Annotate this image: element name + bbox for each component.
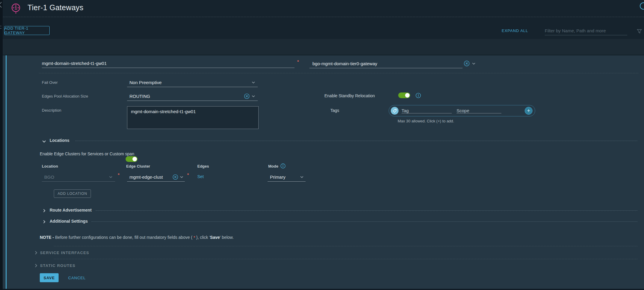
description-label: Description	[42, 108, 61, 113]
edge-cluster-combobox[interactable]: mgmt-edge-clust	[127, 173, 185, 182]
section-dotted-line	[96, 210, 637, 211]
page-header: 1 Tier-1 Gateways	[0, 0, 644, 17]
tag-icon	[391, 107, 399, 115]
left-nav-rail	[0, 0, 3, 290]
standby-relocation-label: Enable Standby Relocation	[324, 93, 375, 98]
edges-pool-label: Edges Pool Allocation Size	[42, 94, 88, 98]
add-location-button[interactable]: ADD LOCATION	[54, 189, 91, 198]
additional-settings-expand-icon[interactable]	[42, 220, 46, 224]
add-tier1-gateway-button[interactable]: ADD TIER-1 GATEWAY	[4, 26, 50, 35]
fail-over-label: Fail Over	[42, 80, 58, 85]
edges-pool-value: ROUTING	[127, 94, 244, 99]
mode-select[interactable]: Primary	[268, 173, 306, 182]
note-save-word: Save	[210, 235, 220, 240]
page-title: Tier-1 Gateways	[28, 3, 83, 12]
chevron-down-icon	[300, 175, 304, 179]
mode-value: Primary	[268, 174, 300, 180]
tags-label: Tags	[330, 108, 339, 113]
location-select: BGO	[42, 173, 115, 182]
save-button[interactable]: SAVE	[40, 273, 59, 282]
note-text: NOTE - Before further configurations can…	[40, 235, 234, 240]
cancel-button[interactable]: CANCEL	[68, 276, 86, 280]
description-textarea[interactable]: mgmt-domain-stretched-t1-gw01	[127, 106, 259, 129]
location-column-label: Location	[42, 164, 58, 168]
row-selected-accent	[6, 55, 7, 289]
static-routes-expand-icon[interactable]	[34, 263, 38, 268]
tags-hint: Max 30 allowed. Click (+) to add.	[398, 119, 454, 123]
chevron-down-icon[interactable]	[472, 62, 476, 66]
grid-header: Tier-1 Gateway Name Linked Tier-0 Gatewa…	[0, 39, 644, 55]
scope-input[interactable]	[457, 108, 501, 113]
route-advertisement-expand-icon[interactable]	[42, 209, 46, 213]
edge-clusters-span-label: Enable Edge Clusters for Services or Cus…	[40, 151, 134, 156]
help-icon[interactable]	[640, 2, 644, 10]
nav-fragment	[0, 26, 1, 26]
section-dotted-line	[91, 221, 637, 222]
row-bottom-edge	[0, 289, 644, 290]
edge-cluster-column-label: Edge Cluster	[126, 164, 150, 168]
mandatory-asterisk: *	[297, 59, 299, 64]
back-chevron-icon[interactable]	[0, 1, 3, 8]
mandatory-asterisk: *	[118, 172, 120, 177]
gateway-name-input[interactable]	[42, 59, 294, 68]
filter-input[interactable]	[545, 26, 627, 35]
locations-collapse-icon[interactable]	[42, 139, 46, 144]
edge-cluster-value: mgmt-edge-clust	[127, 174, 173, 180]
expand-all-link[interactable]: EXPAND ALL	[502, 28, 528, 33]
chevron-down-icon	[109, 175, 113, 179]
service-interfaces-expand-icon[interactable]	[34, 250, 38, 255]
row-separator	[39, 73, 638, 73]
section-dotted-line	[75, 141, 637, 141]
standby-info-icon[interactable]	[416, 93, 421, 98]
edges-set-link[interactable]: Set	[197, 174, 204, 179]
fail-over-value: Non Preemptive	[127, 80, 251, 85]
clear-selection-icon[interactable]	[244, 93, 250, 99]
edges-column-label: Edges	[197, 164, 209, 168]
tier1-gateway-icon: 1	[10, 2, 22, 14]
linked-tier0-value: bgo-mgmt-domain-tier0-gateway	[309, 61, 463, 66]
note-label: NOTE -	[40, 235, 54, 240]
section-separator	[54, 259, 637, 259]
mode-column-label: Mode	[268, 164, 278, 168]
mode-info-icon[interactable]	[280, 163, 286, 168]
tags-pill: +	[389, 105, 535, 116]
mandatory-asterisk: *	[187, 172, 189, 177]
clear-selection-icon[interactable]	[173, 174, 178, 180]
chevron-down-icon	[251, 94, 255, 98]
chevron-down-icon	[251, 81, 255, 84]
edge-clusters-span-toggle[interactable]	[126, 156, 138, 162]
tier1-gateway-edit-row: * bgo-mgmt-domain-tier0-gateway Fail Ove…	[0, 55, 644, 289]
linked-tier0-combobox[interactable]: bgo-mgmt-domain-tier0-gateway	[309, 59, 463, 68]
additional-settings-title[interactable]: Additional Settings	[50, 219, 88, 224]
section-separator	[54, 246, 637, 246]
fail-over-select[interactable]: Non Preemptive	[127, 78, 258, 87]
locations-section-title[interactable]: Locations	[50, 138, 69, 143]
route-advertisement-title[interactable]: Route Advertisement	[50, 208, 91, 212]
chevron-down-icon	[180, 175, 184, 179]
standby-relocation-toggle[interactable]	[398, 92, 410, 98]
service-interfaces-title[interactable]: SERVICE INTERFACES	[40, 250, 89, 255]
location-value: BGO	[42, 174, 109, 180]
add-tag-button[interactable]: +	[525, 107, 532, 115]
tier1-gateways-screen: 1 Tier-1 Gateways ADD TIER-1 GATEWAY EXP…	[0, 0, 644, 290]
static-routes-title[interactable]: STATIC ROUTES	[40, 263, 75, 268]
filter-funnel-icon[interactable]	[637, 29, 642, 34]
nav-fragment	[0, 28, 1, 29]
clear-selection-icon[interactable]	[464, 60, 470, 66]
edges-pool-combobox[interactable]: ROUTING	[127, 92, 258, 101]
tag-input[interactable]	[402, 108, 452, 113]
